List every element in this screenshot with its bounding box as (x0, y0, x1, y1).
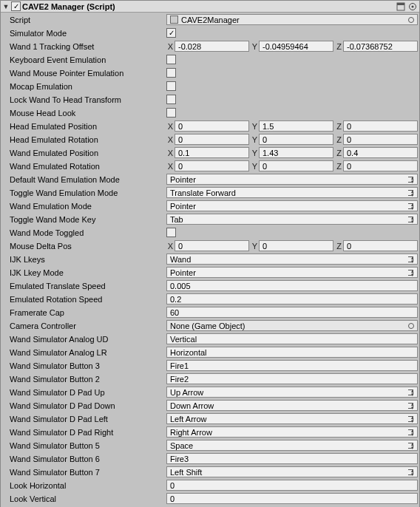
wand-sim-dpad-up-dropdown[interactable]: Up Arrow▴▾ (166, 387, 418, 398)
wand-sim-analog-ud-input[interactable]: Vertical (166, 333, 418, 344)
mouse-delta-y[interactable]: 0 (259, 240, 333, 251)
ijk-lkeys-dropdown[interactable]: Wand▴▾ (166, 254, 418, 265)
prop-label: Wand Mouse Pointer Emulation (2, 69, 166, 78)
prop-label: Lock Wand To Head Transform (2, 95, 166, 104)
look-vertical-input[interactable]: 0 (166, 493, 418, 504)
vector3-field: X-0.028 Y-0.04959464 Z-0.07368752 (166, 41, 418, 52)
wand-emu-pos-x[interactable]: 0.1 (175, 147, 249, 158)
prop-label: Camera Controller (2, 321, 166, 330)
help-icon[interactable] (396, 1, 406, 12)
prop-label: Look Horizontal (2, 481, 166, 490)
prop-label: Wand Emulated Position (2, 149, 166, 157)
svg-point-3 (412, 5, 414, 7)
ijk-lkey-mode-dropdown[interactable]: Pointer▴▾ (166, 267, 418, 278)
dropdown-arrows-icon: ▴▾ (411, 176, 414, 183)
prop-label: Toggle Wand Emulation Mode (2, 188, 166, 197)
wand-mode-toggled-checkbox[interactable] (166, 228, 176, 237)
wand-emu-pos-y[interactable]: 1.43 (259, 147, 333, 158)
prop-label: Toggle Wand Mode Key (2, 215, 166, 224)
dropdown-arrows-icon: ▴▾ (411, 442, 414, 449)
mocap-emulation-checkbox[interactable] (166, 81, 176, 91)
wand-sim-btn2-input[interactable]: Fire2 (166, 373, 418, 384)
prop-label: Emulated Translate Speed (2, 282, 166, 290)
head-emu-rot-x[interactable]: 0 (175, 134, 249, 145)
wand-sim-analog-lr-input[interactable]: Horizontal (166, 347, 418, 358)
script-asset-icon (170, 16, 178, 24)
wand1-offset-z[interactable]: -0.07368752 (343, 41, 418, 52)
wand-emu-rot-x[interactable]: 0 (175, 160, 249, 171)
gear-icon[interactable] (407, 1, 418, 12)
dropdown-arrows-icon: ▴▾ (411, 269, 414, 276)
head-emu-pos-y[interactable]: 1.5 (259, 120, 333, 132)
prop-label: Default Wand Emulation Mode (2, 175, 166, 184)
mouse-delta-z[interactable]: 0 (343, 240, 418, 251)
axis-y-label: Y (251, 42, 259, 51)
prop-label: Wand Mode Toggled (2, 228, 166, 237)
wand-emu-pos-z[interactable]: 0.4 (343, 147, 418, 158)
wand-sim-dpad-right-dropdown[interactable]: Right Arrow▴▾ (166, 426, 418, 438)
wand-emulation-mode-dropdown[interactable]: Pointer▴▾ (166, 200, 418, 211)
component-header[interactable]: ▼ ✓ CAVE2 Manager (Script) (1, 1, 419, 13)
wand-sim-btn7-dropdown[interactable]: Left Shift▴▾ (166, 466, 418, 477)
prop-label: Wand Simulator D Pad Down (2, 401, 166, 410)
wand-sim-btn3-input[interactable]: Fire1 (166, 360, 418, 371)
prop-label: IJK Lkeys (2, 255, 166, 264)
dropdown-arrows-icon: ▴▾ (411, 429, 414, 436)
head-emu-rot-z[interactable]: 0 (343, 134, 418, 145)
prop-label: Wand Simulator D Pad Right (2, 428, 166, 437)
prop-label: Mouse Delta Pos (2, 242, 166, 251)
prop-label: Mocap Emulation (2, 82, 166, 91)
enable-checkbox[interactable]: ✓ (11, 1, 21, 11)
emulated-rotation-speed-input[interactable]: 0.2 (166, 293, 418, 304)
mouse-delta-x[interactable]: 0 (175, 240, 249, 251)
camera-controller-value: None (Game Object) (170, 321, 245, 330)
prop-label: Wand Simulator Button 6 (2, 455, 166, 463)
dropdown-arrows-icon: ▴▾ (411, 469, 414, 476)
script-value: CAVE2Manager (181, 16, 240, 24)
wand1-offset-y[interactable]: -0.04959464 (259, 41, 333, 52)
object-picker-icon[interactable] (408, 17, 414, 23)
prop-label: Wand Simulator Button 7 (2, 468, 166, 477)
look-horizontal-input[interactable]: 0 (166, 480, 418, 491)
prop-label: Head Emulated Position (2, 122, 166, 131)
dropdown-arrows-icon: ▴▾ (411, 216, 414, 223)
prop-label: Wand Simulator Button 3 (2, 361, 166, 370)
lock-wand-head-checkbox[interactable] (166, 95, 176, 104)
component-panel: ▼ ✓ CAVE2 Manager (Script) Script CAVE2M… (0, 0, 420, 507)
prop-label: Emulated Rotation Speed (2, 295, 166, 304)
default-wand-emulation-mode-dropdown[interactable]: Pointer▴▾ (166, 174, 418, 185)
prop-label: IJK Lkey Mode (2, 268, 166, 277)
dropdown-arrows-icon: ▴▾ (411, 203, 414, 210)
object-picker-icon[interactable] (408, 323, 414, 329)
wand-mouse-pointer-emulation-checkbox[interactable] (166, 68, 176, 78)
wand-sim-dpad-left-dropdown[interactable]: Left Arrow▴▾ (166, 413, 418, 424)
wand-emu-rot-y[interactable]: 0 (259, 160, 333, 171)
simulator-mode-checkbox[interactable]: ✓ (166, 28, 176, 38)
dropdown-arrows-icon: ▴▾ (411, 256, 414, 263)
wand-emu-rot-z[interactable]: 0 (343, 160, 418, 171)
keyboard-event-emulation-checkbox[interactable] (166, 55, 176, 64)
dropdown-arrows-icon: ▴▾ (411, 189, 414, 197)
toggle-wand-mode-key-dropdown[interactable]: Tab▴▾ (166, 214, 418, 225)
emulated-translate-speed-input[interactable]: 0.005 (166, 280, 418, 291)
wand-sim-dpad-down-dropdown[interactable]: Down Arrow▴▾ (166, 400, 418, 411)
wand-sim-btn6-input[interactable]: Fire3 (166, 453, 418, 464)
axis-z-label: Z (335, 42, 343, 51)
head-emu-pos-x[interactable]: 0 (175, 120, 249, 132)
toggle-wand-emulation-mode-dropdown[interactable]: Translate Forward▴▾ (166, 187, 418, 198)
head-emu-pos-z[interactable]: 0 (343, 120, 418, 132)
axis-x-label: X (166, 42, 175, 51)
wand1-offset-x[interactable]: -0.028 (175, 41, 249, 52)
mouse-head-look-checkbox[interactable] (166, 108, 176, 118)
dropdown-arrows-icon: ▴▾ (411, 402, 414, 409)
prop-label: Wand Simulator Button 5 (2, 441, 166, 450)
head-emu-rot-y[interactable]: 0 (259, 134, 333, 145)
prop-label: Wand Simulator Analog UD (2, 335, 166, 344)
prop-label: Wand Simulator D Pad Up (2, 388, 166, 397)
script-field[interactable]: CAVE2Manager (166, 14, 418, 25)
framerate-cap-input[interactable]: 60 (166, 307, 418, 318)
dropdown-arrows-icon: ▴▾ (411, 389, 414, 396)
foldout-icon[interactable]: ▼ (2, 3, 10, 10)
camera-controller-field[interactable]: None (Game Object) (166, 320, 418, 331)
wand-sim-btn5-dropdown[interactable]: Space▴▾ (166, 440, 418, 451)
